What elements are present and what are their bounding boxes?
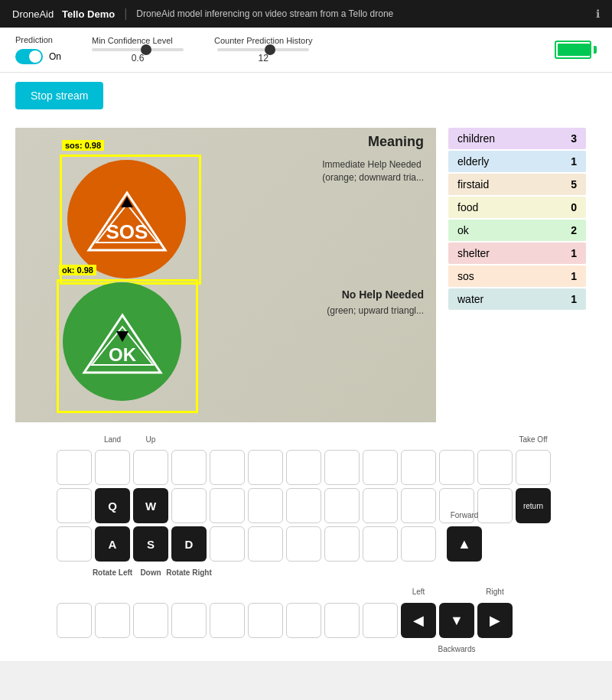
action-bar: Stop stream bbox=[0, 73, 612, 125]
pred-name-food: food bbox=[457, 201, 571, 213]
right-arrow-wrapper: Right ▶ bbox=[477, 603, 513, 638]
pred-name-water: water bbox=[457, 293, 571, 305]
prediction-control: Prediction On bbox=[15, 35, 61, 64]
info-icon[interactable]: ℹ bbox=[596, 8, 600, 20]
controls-bar: Prediction On Min Confidence Level 0.6 C… bbox=[0, 28, 612, 73]
take-off-label: Take Off bbox=[519, 435, 547, 444]
arrow-right-label: Right bbox=[486, 588, 503, 596]
key-blank-r3-1 bbox=[57, 526, 92, 562]
confidence-value: 0.6 bbox=[132, 53, 145, 63]
pred-count-ok: 2 bbox=[571, 224, 577, 236]
prediction-row-ok: ok 2 bbox=[448, 220, 586, 241]
pred-count-food: 0 bbox=[571, 201, 577, 213]
prediction-toggle[interactable] bbox=[15, 49, 43, 64]
key-arrow-down[interactable]: ▼ bbox=[439, 603, 474, 638]
battery-tip bbox=[594, 46, 597, 54]
prediction-toggle-text: On bbox=[49, 51, 61, 62]
book-text2: No Help Needed bbox=[342, 288, 424, 301]
history-slider[interactable] bbox=[217, 48, 309, 51]
key-blank-r2-7 bbox=[363, 488, 398, 523]
app-header: DroneAid Tello Demo | DroneAid model inf… bbox=[0, 0, 612, 28]
key-empty-9 bbox=[439, 450, 474, 485]
pred-count-firstaid: 5 bbox=[571, 178, 577, 190]
confidence-slider[interactable] bbox=[92, 48, 184, 51]
key-w-wrapper: Up bbox=[133, 450, 168, 485]
keyboard-row-3: A Rotate Left S Down D Rotate Right Forw… bbox=[15, 526, 597, 562]
key-d[interactable]: D Rotate Right bbox=[171, 526, 207, 562]
sos-detection-label: sos: 0.98 bbox=[62, 140, 104, 151]
key-blank-r2-4 bbox=[248, 488, 283, 523]
key-arrow-left[interactable]: ◀ bbox=[401, 603, 436, 638]
key-empty-2 bbox=[171, 450, 207, 485]
keyboard-row-1: Land Up Take Off bbox=[15, 450, 597, 485]
key-a-label: Rotate Left bbox=[93, 568, 132, 577]
pred-name-elderly: elderly bbox=[457, 155, 571, 168]
key-d-label: Rotate Right bbox=[166, 568, 211, 577]
key-empty-8 bbox=[401, 450, 436, 485]
key-w[interactable]: W bbox=[133, 488, 168, 523]
key-s[interactable]: S Down bbox=[133, 526, 168, 562]
key-return[interactable]: return bbox=[516, 488, 551, 523]
prediction-row-water: water 1 bbox=[448, 288, 586, 310]
pred-count-sos: 1 bbox=[571, 270, 577, 282]
down-arrow-wrapper: ▼ Backwards bbox=[439, 603, 474, 638]
stop-stream-button[interactable]: Stop stream bbox=[15, 82, 103, 109]
book-text1: Immediate Help Needed(orange; downward t… bbox=[322, 158, 424, 184]
key-blank-r3-3 bbox=[248, 526, 283, 562]
key-blank-r2-10 bbox=[477, 488, 513, 523]
key-q[interactable]: Q bbox=[95, 488, 130, 523]
pred-count-elderly: 1 bbox=[571, 155, 577, 168]
history-control: Counter Prediction History 12 bbox=[214, 36, 312, 63]
key-blank-r4-6 bbox=[248, 603, 283, 638]
key-blank-r2-2 bbox=[171, 488, 207, 523]
keyboard-wrapper: Land Up Take Off Q W bbox=[15, 450, 597, 638]
key-blank-r3-6 bbox=[363, 526, 398, 562]
brand-label: DroneAid Tello Demo bbox=[12, 8, 115, 20]
arrow-left-label: Left bbox=[412, 588, 425, 596]
key-blank-r2-8 bbox=[401, 488, 436, 523]
key-takeof-wrapper: Take Off bbox=[516, 450, 551, 485]
prediction-row-food: food 0 bbox=[448, 197, 586, 218]
key-blank-r3-7 bbox=[401, 526, 436, 562]
battery-fill bbox=[558, 44, 590, 56]
key-s-label: Down bbox=[140, 568, 161, 577]
battery-body bbox=[555, 41, 591, 59]
video-feed: Meaning Immediate Help Needed(orange; do… bbox=[15, 128, 436, 422]
key-arrow-right[interactable]: ▶ bbox=[477, 603, 513, 638]
header-description: DroneAid model inferencing on video stre… bbox=[136, 8, 393, 19]
key-empty-5 bbox=[286, 450, 321, 485]
keyboard-row-4: Left ◀ ▼ Backwards Right ▶ bbox=[15, 603, 597, 638]
key-q-wrapper: Land bbox=[95, 450, 130, 485]
pred-count-children: 3 bbox=[571, 132, 577, 145]
key-blank-r4-4 bbox=[171, 603, 207, 638]
key-blank-r4-5 bbox=[210, 603, 245, 638]
keyboard-row-2: Q W return bbox=[15, 488, 597, 523]
arrow-down-label: Backwards bbox=[438, 645, 476, 653]
history-value: 12 bbox=[259, 53, 269, 63]
key-blank-r4-3 bbox=[133, 603, 168, 638]
pred-name-shelter: shelter bbox=[457, 247, 571, 259]
prediction-row-firstaid: firstaid 5 bbox=[448, 174, 586, 195]
key-blank-r3-2 bbox=[210, 526, 245, 562]
arrow-up-label: Forward bbox=[451, 511, 479, 519]
main-content: Meaning Immediate Help Needed(orange; do… bbox=[0, 125, 612, 435]
key-arrow-up[interactable]: ▲ bbox=[447, 526, 482, 562]
key-empty-7 bbox=[363, 450, 398, 485]
key-blank-r4-2 bbox=[95, 603, 130, 638]
key-empty-10 bbox=[477, 450, 513, 485]
key-w-label-top: Up bbox=[146, 435, 156, 444]
key-blank-r4-9 bbox=[363, 603, 398, 638]
key-blank-r4-8 bbox=[324, 603, 360, 638]
prediction-row-sos: sos 1 bbox=[448, 265, 586, 287]
prediction-label: Prediction bbox=[15, 35, 61, 44]
pred-count-shelter: 1 bbox=[571, 247, 577, 259]
key-empty-1 bbox=[57, 450, 92, 485]
key-a[interactable]: A Rotate Left bbox=[95, 526, 130, 562]
key-empty-6 bbox=[324, 450, 360, 485]
pred-name-ok: ok bbox=[457, 224, 571, 236]
book-heading: Meaning bbox=[368, 134, 424, 150]
pred-count-water: 1 bbox=[571, 293, 577, 305]
book-text3: (green; upward triangl... bbox=[327, 305, 424, 316]
confidence-control: Min Confidence Level 0.6 bbox=[92, 36, 184, 63]
key-blank-r3-5 bbox=[324, 526, 360, 562]
